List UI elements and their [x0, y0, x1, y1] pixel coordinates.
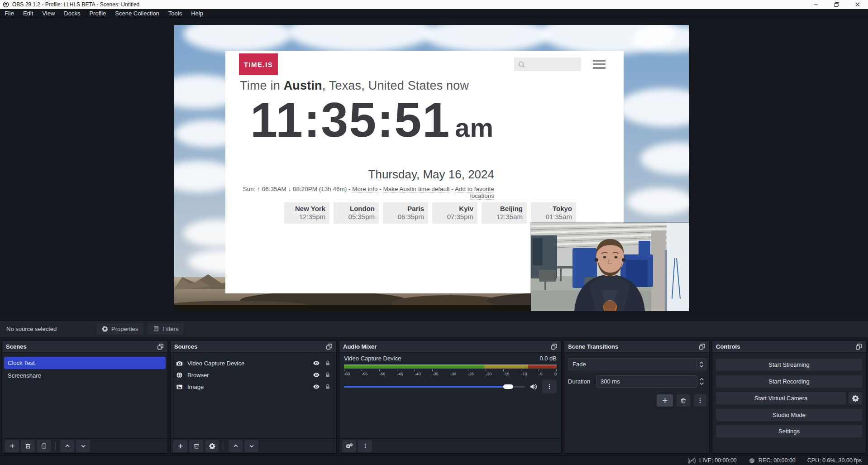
- start-virtual-camera-button[interactable]: Start Virtual Camera: [716, 392, 846, 404]
- move-scene-down-button[interactable]: [76, 440, 90, 452]
- move-source-down-button[interactable]: [244, 440, 258, 452]
- scene-item-screenshare[interactable]: Screenshare: [4, 369, 166, 382]
- scene-transitions-panel: Scene Transitions Fade Duration 300 ms: [564, 340, 710, 454]
- select-chevrons-icon[interactable]: [696, 359, 706, 370]
- transition-select[interactable]: Fade: [568, 358, 706, 370]
- chevron-down-icon: [80, 443, 86, 449]
- add-favorite-link: Add to favorite locations: [455, 186, 494, 200]
- menu-item-help[interactable]: Help: [186, 9, 208, 17]
- duration-spinner[interactable]: [697, 378, 706, 385]
- popout-icon[interactable]: [326, 343, 333, 350]
- popout-icon[interactable]: [699, 343, 706, 350]
- remove-transition-button[interactable]: [677, 394, 690, 407]
- source-row-image[interactable]: Image: [171, 381, 336, 393]
- move-scene-up-button[interactable]: [60, 440, 74, 452]
- dots-menu-icon: [362, 443, 368, 449]
- menu-item-file[interactable]: File: [0, 9, 19, 17]
- volume-slider-handle[interactable]: [503, 384, 513, 389]
- gears-icon: [346, 442, 353, 450]
- duration-label: Duration: [568, 378, 596, 385]
- duration-input[interactable]: 300 ms: [596, 375, 697, 388]
- maximize-button[interactable]: [826, 0, 847, 9]
- source-row-video-capture[interactable]: Video Capture Device: [171, 357, 336, 369]
- lock-icon[interactable]: [324, 372, 331, 378]
- minimize-button[interactable]: [806, 0, 826, 9]
- cloud: [183, 25, 292, 52]
- transition-selected-value: Fade: [568, 361, 696, 368]
- add-source-button[interactable]: [173, 440, 187, 452]
- visibility-eye-icon[interactable]: [313, 360, 320, 367]
- mixer-channel-menu-button[interactable]: [542, 380, 557, 393]
- trash-icon: [193, 443, 200, 449]
- transition-menu-button[interactable]: [694, 394, 706, 407]
- webcam-overlay[interactable]: [531, 223, 689, 311]
- filter-icon: [153, 326, 159, 332]
- city-card: Tokyo01:35am: [531, 202, 576, 224]
- timeis-logo: TIME.IS: [239, 53, 278, 75]
- volume-meter: [344, 364, 557, 369]
- lock-icon[interactable]: [324, 384, 331, 390]
- visibility-eye-icon[interactable]: [313, 371, 320, 379]
- start-recording-button[interactable]: Start Recording: [716, 375, 862, 388]
- speaker-icon[interactable]: [529, 383, 538, 391]
- popout-icon[interactable]: [855, 343, 862, 350]
- trash-icon: [680, 398, 687, 404]
- video-camera-icon: [176, 360, 183, 367]
- plus-icon: [177, 443, 184, 449]
- preview-region: TIME.IS Time in Austin, Texas, United St…: [0, 18, 868, 320]
- cloud: [640, 143, 689, 174]
- visibility-eye-icon[interactable]: [313, 383, 320, 390]
- city-card: Kyiv07:35pm: [432, 202, 477, 224]
- chevron-up-icon: [64, 443, 71, 449]
- spin-up-icon[interactable]: [699, 378, 704, 381]
- cloud: [423, 25, 550, 52]
- popout-icon[interactable]: [157, 343, 164, 350]
- city-card: New York12:35pm: [284, 202, 329, 224]
- hamburger-menu-icon: [593, 60, 606, 69]
- scenes-toolbar: [2, 438, 167, 453]
- scene-filters-button[interactable]: [37, 440, 51, 452]
- source-status-label: No source selected: [6, 326, 57, 332]
- window-title: OBS 29.1.2 - Profile: LLHLS BETA - Scene…: [12, 1, 139, 8]
- remove-scene-button[interactable]: [21, 440, 35, 452]
- cloud: [627, 188, 689, 215]
- preview-canvas[interactable]: TIME.IS Time in Austin, Texas, United St…: [174, 25, 689, 311]
- globe-icon: [176, 372, 183, 379]
- menu-item-docks[interactable]: Docks: [59, 9, 85, 17]
- timeis-ampm: am: [455, 113, 494, 142]
- studio-mode-button[interactable]: Studio Mode: [716, 409, 862, 421]
- remove-source-button[interactable]: [189, 440, 203, 452]
- source-row-browser[interactable]: Browser: [171, 369, 336, 381]
- filters-button[interactable]: Filters: [148, 323, 184, 335]
- close-button[interactable]: [847, 0, 868, 9]
- menu-item-profile[interactable]: Profile: [85, 9, 110, 17]
- scene-item-clock-test[interactable]: Clock Test: [4, 357, 166, 369]
- mixer-level-db: 0.0 dB: [539, 355, 557, 362]
- scenes-panel-header: Scenes: [2, 341, 167, 353]
- timeis-date: Thursday, May 16, 2024: [225, 168, 494, 182]
- gear-icon: [209, 443, 215, 449]
- advanced-audio-button[interactable]: [342, 440, 356, 452]
- add-transition-button[interactable]: [657, 394, 673, 407]
- mixer-menu-button[interactable]: [358, 440, 372, 452]
- source-properties-button[interactable]: [205, 440, 219, 452]
- menu-item-scene-collection[interactable]: Scene Collection: [110, 9, 164, 17]
- virtual-camera-settings-button[interactable]: [849, 392, 862, 404]
- move-source-up-button[interactable]: [229, 440, 243, 452]
- dots-menu-icon: [546, 384, 553, 390]
- popout-icon[interactable]: [551, 343, 558, 350]
- sources-panel-header: Sources: [171, 341, 336, 353]
- settings-button[interactable]: Settings: [716, 425, 862, 437]
- menu-item-edit[interactable]: Edit: [19, 9, 38, 17]
- lock-icon[interactable]: [324, 360, 331, 366]
- menu-item-tools[interactable]: Tools: [164, 9, 186, 17]
- obs-window: OBS 29.1.2 - Profile: LLHLS BETA - Scene…: [0, 0, 868, 465]
- city-card: London05:35pm: [334, 202, 379, 224]
- add-scene-button[interactable]: [5, 440, 19, 452]
- cloud: [618, 88, 689, 127]
- start-streaming-button[interactable]: Start Streaming: [716, 359, 862, 371]
- volume-slider[interactable]: [344, 386, 525, 388]
- spin-down-icon[interactable]: [699, 382, 704, 385]
- menu-item-view[interactable]: View: [38, 9, 59, 17]
- properties-button[interactable]: Properties: [96, 323, 143, 335]
